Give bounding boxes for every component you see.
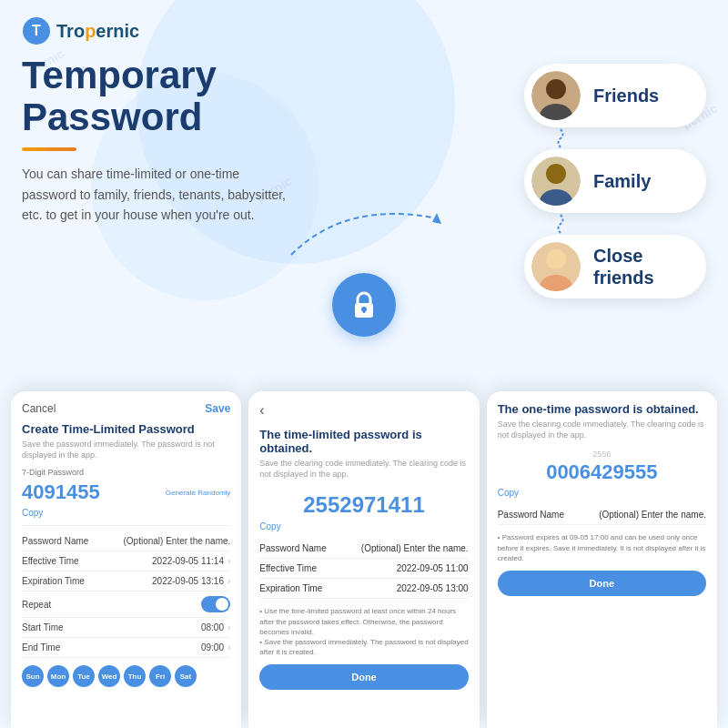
logo: T Tropernic [22,16,139,46]
days-selector: Sun Mon Tue Wed Thu Fri Sat [22,665,230,687]
label-repeat: Repeat [22,600,51,610]
day-sat[interactable]: Sat [175,665,197,687]
screen1-row-end-time: End Time 09:00 › [22,638,230,658]
screen2-note2: • Save the password immediately. The pas… [259,638,468,656]
screen3-subtitle: Save the clearing code immediately. The … [498,420,706,440]
svg-point-6 [546,164,566,184]
day-mon[interactable]: Mon [47,665,69,687]
s2-value-expiration: 2022-09-05 13:00 [397,583,469,593]
screen2-title: The time-limited password is obtained. [259,428,468,455]
value-password-name: (Optional) Enter the name. [123,536,230,546]
lock-circle [332,273,396,337]
screen3-row-password-name: Password Name (Optional) Enter the name. [498,505,706,525]
svg-point-3 [546,79,566,99]
screen1-password-row: 4091455 Generate Randomly [22,480,230,504]
screen1-row-start-time: Start Time 08:00 › [22,618,230,638]
cancel-button[interactable]: Cancel [22,402,56,415]
s2-value-password-name: (Optional) Enter the name. [361,543,469,553]
friends-avatar [531,71,581,120]
s3-label-password-name: Password Name [498,510,564,520]
screen1-divider [22,525,230,526]
day-fri[interactable]: Fri [149,665,171,687]
day-tue[interactable]: Tue [73,665,95,687]
screen2-note1: • Use the time-limited password at least… [259,607,456,635]
friends-card: Friends [524,64,706,127]
screen1-row-effective-time: Effective Time 2022-09-05 11:14 › [22,551,230,571]
screen3-note: • Password expires at 09-05 17:00 and ca… [498,532,706,563]
generate-randomly-button[interactable]: Generate Randomly [166,489,231,497]
s2-label-expiration: Expiration Time [259,583,322,593]
s3-value-password-name: (Optional) Enter the name. [599,510,706,520]
screen1-subtitle: Save the password immediately. The passw… [22,440,230,460]
person-cards: Friends Family [524,55,706,298]
hero-title: Temporary Password [22,55,506,138]
screen2-row-effective: Effective Time 2022-09-05 11:00 [259,559,468,579]
repeat-toggle[interactable] [201,596,230,612]
value-expiration-time: 2022-09-05 13:16 › [152,576,230,586]
screen-timelimited-obtained: ‹ The time-limited password is obtained.… [248,391,479,728]
screen1-copy-button[interactable]: Copy [22,508,230,518]
screen3-copy-button[interactable]: Copy [498,488,706,498]
screen2-subtitle: Save the clearing code immediately. The … [259,459,468,480]
screen-create-password: Cancel Save Create Time-Limited Password… [11,391,241,728]
close-friends-card: Closefriends [524,235,706,298]
screen1-row-expiration-time: Expiration Time 2022-09-05 13:16 › [22,571,230,592]
friends-label: Friends [593,86,659,106]
logo-text: Tropernic [56,21,139,42]
family-label: Family [593,171,651,192]
label-effective-time: Effective Time [22,556,79,566]
value-start-time: 08:00 › [201,622,230,632]
day-sun[interactable]: Sun [22,665,44,687]
title-underline [22,147,76,151]
value-end-time: 09:00 › [201,642,230,652]
screen1-header: Cancel Save [22,402,230,415]
screen1-password: 4091455 [22,480,100,504]
screens-row: Cancel Save Create Time-Limited Password… [0,391,728,728]
s2-label-effective: Effective Time [259,563,317,573]
screen3-title: The one-time password is obtained. [498,402,706,416]
svg-point-9 [546,249,566,269]
lock-svg [348,288,380,321]
connector-1 [524,127,570,149]
logo-icon: T [22,16,51,46]
lock-icon-container [332,273,396,337]
header: T Tropernic [0,0,728,46]
screen3-code-label: 2556 [498,450,706,459]
screen3-done-button[interactable]: Done [498,571,706,596]
screen2-password: 2552971411 [259,492,468,518]
svg-rect-13 [363,309,365,313]
label-start-time: Start Time [22,622,64,632]
svg-text:T: T [32,23,41,38]
screen2-row-expiration: Expiration Time 2022-09-05 13:00 [259,579,468,599]
screen1-title: Create Time-Limited Password [22,422,230,436]
screen3-password: 0006429555 [498,460,706,484]
day-wed[interactable]: Wed [98,665,120,687]
day-thu[interactable]: Thu [124,665,146,687]
family-avatar [531,157,581,206]
hero-description: You can share time-limited or one-time p… [22,164,295,225]
screen2-row-password-name: Password Name (Optional) Enter the name. [259,539,468,559]
value-effective-time: 2022-09-05 11:14 › [152,556,230,566]
close-friends-label: Closefriends [593,245,654,288]
screen2-done-button[interactable]: Done [259,664,468,690]
screen2-copy-button[interactable]: Copy [259,521,468,531]
save-button[interactable]: Save [205,402,230,415]
label-expiration-time: Expiration Time [22,576,85,586]
s2-label-password-name: Password Name [259,543,326,553]
connector-2 [524,213,570,235]
family-card: Family [524,149,706,213]
screen-onetime-obtained: The one-time password is obtained. Save … [487,391,717,728]
screen1-row-password-name: Password Name (Optional) Enter the name. [22,531,230,551]
s2-value-effective: 2022-09-05 11:00 [397,563,469,573]
screen2-note: • Use the time-limited password at least… [259,606,468,657]
close-friends-avatar [531,242,581,291]
label-password-name: Password Name [22,536,88,546]
screen1-row-repeat: Repeat [22,592,230,618]
back-button[interactable]: ‹ [259,402,468,419]
svg-marker-14 [432,213,441,224]
label-end-time: End Time [22,642,60,652]
screen1-password-label: 7-Digit Password [22,468,230,477]
